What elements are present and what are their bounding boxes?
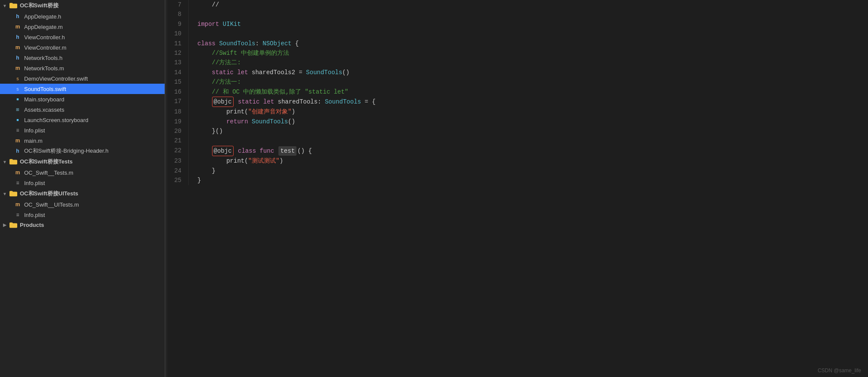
code-line-13: 13 //方法二: bbox=[167, 58, 868, 67]
h-file-icon: h bbox=[14, 147, 22, 155]
sidebar-item-main-m[interactable]: m main.m bbox=[0, 135, 165, 146]
code-line-19: 19 return SoundTools() bbox=[167, 117, 868, 126]
sidebar-item-Info-plist-uitests[interactable]: ≡ Info.plist bbox=[0, 210, 165, 220]
folder-icon bbox=[9, 3, 17, 9]
code-line-22: 22 @objc class func test() { bbox=[167, 146, 868, 156]
code-line-18: 18 print("创建声音对象") bbox=[167, 107, 868, 116]
folder-icon bbox=[9, 222, 17, 228]
sidebar-item-SoundTools-swift[interactable]: s SoundTools.swift bbox=[0, 84, 165, 94]
m-file-icon: m bbox=[14, 64, 22, 72]
group-tests-label: OC和Swift桥接Tests bbox=[20, 158, 73, 166]
storyboard-file-icon: ■ bbox=[14, 95, 22, 103]
folder-icon bbox=[9, 191, 17, 197]
group-products-label: Products bbox=[20, 222, 44, 228]
code-line-14: 14 static let sharedTools2 = SoundTools(… bbox=[167, 68, 868, 77]
code-line-16: 16 // 和 OC 中的懒加载类似,除了 "static let" bbox=[167, 87, 868, 97]
code-line-20: 20 }() bbox=[167, 126, 868, 136]
sidebar-item-NetworkTools-m[interactable]: m NetworkTools.m bbox=[0, 63, 165, 73]
sidebar-item-Bridging-h[interactable]: h OC和Swift桥接-Bridging-Header.h bbox=[0, 146, 165, 156]
code-line-8: 8 bbox=[167, 9, 868, 19]
sidebar-item-LaunchScreen-storyboard[interactable]: ■ LaunchScreen.storyboard bbox=[0, 115, 165, 125]
code-content: 7 // 8 9 import UIKit 10 11 class SoundT… bbox=[167, 0, 868, 185]
sidebar-item-OC-UITests-m[interactable]: m OC_Swift__UITests.m bbox=[0, 199, 165, 210]
code-line-12: 12 //Swift 中创建单例的方法 bbox=[167, 48, 868, 58]
m-file-icon: m bbox=[14, 23, 22, 31]
objc-annotation-17: @objc bbox=[212, 97, 234, 107]
sidebar-item-Info-plist-tests[interactable]: ≡ Info.plist bbox=[0, 178, 165, 188]
swift-file-icon: s bbox=[14, 85, 22, 93]
sidebar-item-ViewController-h[interactable]: h ViewController.h bbox=[0, 32, 165, 42]
sidebar-item-Main-storyboard[interactable]: ■ Main.storyboard bbox=[0, 94, 165, 104]
group-tests[interactable]: ▼ OC和Swift桥接Tests bbox=[0, 156, 165, 167]
sidebar-item-OC-Tests-m[interactable]: m OC_Swift__Tests.m bbox=[0, 167, 165, 178]
code-line-11: 11 class SoundTools: NSObject { bbox=[167, 39, 868, 48]
chevron-right-icon: ▶ bbox=[2, 222, 8, 228]
group-uitests-label: OC和Swift桥接UITests bbox=[20, 190, 78, 198]
code-line-10: 10 bbox=[167, 29, 868, 38]
chevron-down-icon: ▼ bbox=[2, 191, 8, 197]
m-file-icon: m bbox=[14, 137, 22, 145]
m-file-icon: m bbox=[14, 169, 22, 176]
group-main-label: OC和Swift桥接 bbox=[20, 2, 59, 9]
code-line-9: 9 import UIKit bbox=[167, 19, 868, 29]
code-line-21: 21 bbox=[167, 136, 868, 145]
code-line-7: 7 // bbox=[167, 0, 868, 9]
watermark: CSDN @same_life bbox=[818, 368, 861, 374]
code-line-23: 23 print("测试测试") bbox=[167, 156, 868, 166]
m-file-icon: m bbox=[14, 201, 22, 208]
m-file-icon: m bbox=[14, 44, 22, 51]
h-file-icon: h bbox=[14, 13, 22, 20]
code-line-15: 15 //方法一: bbox=[167, 77, 868, 87]
h-file-icon: h bbox=[14, 54, 22, 62]
plist-file-icon: ≡ bbox=[14, 179, 22, 187]
sidebar-item-Assets-xcassets[interactable]: ⊞ Assets.xcassets bbox=[0, 104, 165, 115]
plist-file-icon: ≡ bbox=[14, 211, 22, 219]
code-line-17: 17 @objc static let sharedTools: SoundTo… bbox=[167, 97, 868, 107]
test-highlight: test bbox=[278, 146, 297, 156]
code-line-25: 25 } bbox=[167, 176, 868, 185]
group-products[interactable]: ▶ Products bbox=[0, 220, 165, 230]
sidebar-item-NetworkTools-h[interactable]: h NetworkTools.h bbox=[0, 53, 165, 63]
group-main[interactable]: ▼ OC和Swift桥接 bbox=[0, 0, 165, 11]
chevron-down-icon: ▼ bbox=[2, 159, 8, 165]
sidebar-item-Info-plist[interactable]: ≡ Info.plist bbox=[0, 125, 165, 135]
h-file-icon: h bbox=[14, 33, 22, 41]
code-editor[interactable]: 7 // 8 9 import UIKit 10 11 class SoundT… bbox=[167, 0, 868, 377]
storyboard-file-icon: ■ bbox=[14, 116, 22, 124]
sidebar-item-ViewController-m[interactable]: m ViewController.m bbox=[0, 42, 165, 53]
xcassets-file-icon: ⊞ bbox=[14, 106, 22, 113]
objc-annotation-22: @objc bbox=[212, 146, 234, 156]
file-navigator: ▼ OC和Swift桥接 h AppDelegate.h m AppDelega… bbox=[0, 0, 165, 377]
chevron-down-icon: ▼ bbox=[2, 3, 8, 9]
sidebar-item-AppDelegate-h[interactable]: h AppDelegate.h bbox=[0, 11, 165, 22]
code-line-24: 24 } bbox=[167, 166, 868, 176]
folder-icon bbox=[9, 159, 17, 165]
sidebar-item-DemoViewController-swift[interactable]: s DemoViewController.swift bbox=[0, 73, 165, 84]
plist-file-icon: ≡ bbox=[14, 126, 22, 134]
sidebar-item-AppDelegate-m[interactable]: m AppDelegate.m bbox=[0, 22, 165, 32]
group-uitests[interactable]: ▼ OC和Swift桥接UITests bbox=[0, 188, 165, 199]
swift-file-icon: s bbox=[14, 75, 22, 82]
